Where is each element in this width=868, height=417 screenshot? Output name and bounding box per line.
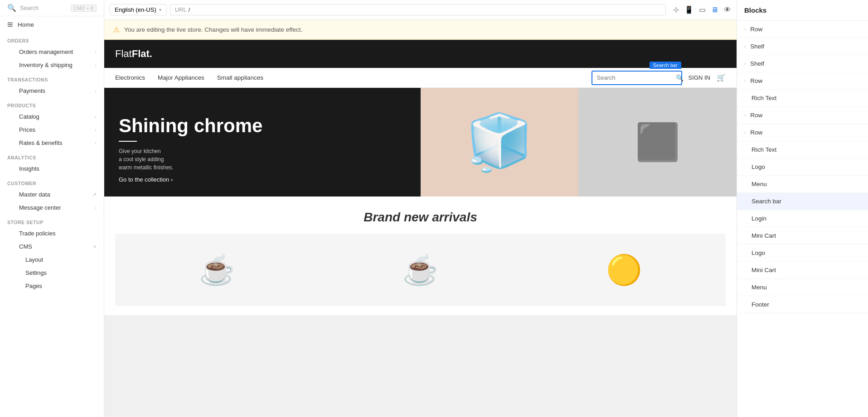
logo-bold-text: Flat. bbox=[132, 48, 152, 59]
product-card-3[interactable]: 🟡 bbox=[522, 234, 726, 306]
block-item-mini-cart-2[interactable]: Mini Cart bbox=[737, 262, 868, 279]
store-search-bar[interactable]: Search bar 🔍 bbox=[592, 71, 682, 85]
store-nav-links: Electronics Major Appliances Small appli… bbox=[115, 68, 592, 87]
section-products: PRODUCTS bbox=[0, 97, 104, 110]
external-link-icon: ↗ bbox=[92, 192, 97, 198]
hero-main: Shining chrome Give your kitchena cool s… bbox=[104, 88, 421, 197]
settings-label: Settings bbox=[25, 269, 47, 276]
view-controls: ⊹ 📱 ▭ 🖥 👁 bbox=[673, 5, 731, 14]
warning-message: You are editing the live store. Changes … bbox=[124, 26, 302, 33]
eye-icon[interactable]: 👁 bbox=[724, 6, 731, 14]
product-card-2[interactable]: ☕ bbox=[319, 234, 522, 306]
block-label: Shelf bbox=[750, 43, 861, 50]
hero-fridge-image: 🧊 bbox=[421, 88, 579, 197]
signin-button[interactable]: SIGN IN bbox=[689, 74, 710, 81]
section-title: Brand new arrivals bbox=[104, 197, 737, 234]
block-item-menu[interactable]: Menu bbox=[737, 176, 868, 193]
block-label: Mini Cart bbox=[744, 232, 861, 239]
sidebar-home-label: Home bbox=[18, 21, 34, 28]
block-item-logo[interactable]: Logo bbox=[737, 158, 868, 176]
chevron-right-icon: › bbox=[744, 130, 746, 135]
url-bar[interactable]: URL / bbox=[170, 4, 666, 15]
chevron-down-icon: ▾ bbox=[159, 7, 161, 12]
tablet-icon[interactable]: ▭ bbox=[699, 5, 706, 14]
section-analytics: ANALYTICS bbox=[0, 149, 104, 162]
sidebar-search[interactable]: 🔍 Search CMD + K bbox=[0, 0, 104, 16]
section-orders: ORDERS bbox=[0, 33, 104, 45]
sidebar-item-orders-management[interactable]: Orders management › bbox=[0, 45, 104, 58]
sidebar-item-insights[interactable]: Insights bbox=[0, 162, 104, 175]
block-item-login[interactable]: Login bbox=[737, 210, 868, 227]
home-icon: ⊞ bbox=[7, 20, 13, 29]
store-header: FlatFlat. bbox=[104, 40, 737, 68]
nav-link-small-appliances[interactable]: Small appliances bbox=[217, 68, 263, 87]
blocks-panel: Blocks ›Row›Shelf›Shelf›RowRich Text›Row… bbox=[737, 0, 868, 417]
mobile-icon[interactable]: 📱 bbox=[684, 5, 693, 14]
hero-section: Shining chrome Give your kitchena cool s… bbox=[104, 88, 737, 197]
sidebar-item-layout[interactable]: Layout bbox=[0, 253, 104, 266]
sidebar-item-inventory-shipping[interactable]: Inventory & shipping › bbox=[0, 58, 104, 72]
desktop-icon[interactable]: 🖥 bbox=[711, 6, 718, 14]
search-submit-icon[interactable]: 🔍 bbox=[676, 74, 684, 81]
chevron-right-icon: › bbox=[95, 62, 97, 68]
block-label: Menu bbox=[744, 284, 861, 291]
block-label: Row bbox=[750, 129, 861, 136]
sidebar-item-prices[interactable]: Prices › bbox=[0, 123, 104, 136]
nav-link-electronics[interactable]: Electronics bbox=[115, 68, 145, 87]
block-item-rich-text-1[interactable]: Rich Text bbox=[737, 90, 868, 107]
chevron-right-icon: › bbox=[95, 127, 97, 133]
prices-label: Prices bbox=[19, 126, 35, 133]
sidebar-item-master-data[interactable]: Master data ↗ bbox=[0, 188, 104, 201]
section-transactions: TRANSACTIONS bbox=[0, 72, 104, 84]
chevron-down-icon: ∨ bbox=[93, 244, 97, 249]
sidebar-item-cms[interactable]: CMS ∨ bbox=[0, 240, 104, 253]
section-store-setup: STORE SETUP bbox=[0, 214, 104, 227]
sidebar-item-trade-policies[interactable]: Trade policies bbox=[0, 227, 104, 240]
product-card-1[interactable]: ☕ bbox=[115, 234, 319, 306]
language-selector[interactable]: English (en-US) ▾ bbox=[110, 4, 166, 15]
master-data-label: Master data bbox=[19, 191, 50, 198]
top-bar: English (en-US) ▾ URL / ⊹ 📱 ▭ 🖥 👁 bbox=[104, 0, 737, 20]
block-item-footer[interactable]: Footer bbox=[737, 296, 868, 313]
hero-divider bbox=[119, 141, 137, 142]
warning-banner: ⚠ You are editing the live store. Change… bbox=[104, 20, 737, 40]
sidebar-item-payments[interactable]: Payments › bbox=[0, 84, 104, 97]
payments-label: Payments bbox=[19, 87, 45, 94]
language-value: English (en-US) bbox=[115, 6, 156, 13]
sidebar-item-message-center[interactable]: Message center › bbox=[0, 201, 104, 214]
search-bar-badge: Search bar bbox=[650, 62, 681, 69]
sidebar-item-home[interactable]: ⊞ Home bbox=[0, 16, 104, 33]
trade-policies-label: Trade policies bbox=[19, 230, 55, 237]
block-item-row-4[interactable]: ›Row bbox=[737, 124, 868, 141]
sidebar-item-catalog[interactable]: Catalog › bbox=[0, 110, 104, 123]
store-nav-actions: Search bar 🔍 SIGN IN 🛒 bbox=[592, 71, 726, 85]
block-item-menu-2[interactable]: Menu bbox=[737, 279, 868, 296]
cart-icon[interactable]: 🛒 bbox=[717, 73, 726, 82]
chevron-right-icon: › bbox=[744, 44, 746, 49]
block-item-row-3[interactable]: ›Row bbox=[737, 107, 868, 124]
cms-label: CMS bbox=[19, 243, 32, 250]
message-center-label: Message center bbox=[19, 204, 61, 211]
sidebar-item-rates-benefits[interactable]: Rates & benefits › bbox=[0, 136, 104, 149]
sidebar-item-pages[interactable]: Pages bbox=[0, 279, 104, 292]
url-prefix-label: URL bbox=[175, 6, 187, 13]
block-label: Shelf bbox=[750, 60, 861, 67]
block-item-search-bar[interactable]: Search bar bbox=[737, 193, 868, 210]
block-item-row-2[interactable]: ›Row bbox=[737, 72, 868, 90]
block-item-mini-cart-1[interactable]: Mini Cart bbox=[737, 227, 868, 244]
block-item-row-1[interactable]: ›Row bbox=[737, 21, 868, 38]
block-item-rich-text-2[interactable]: Rich Text bbox=[737, 141, 868, 158]
block-item-shelf-2[interactable]: ›Shelf bbox=[737, 55, 868, 72]
nav-link-major-appliances[interactable]: Major Appliances bbox=[158, 68, 204, 87]
chevron-right-icon: › bbox=[95, 114, 97, 120]
chevron-right-icon: › bbox=[95, 88, 97, 94]
warning-icon: ⚠ bbox=[113, 25, 120, 34]
sidebar-item-settings[interactable]: Settings bbox=[0, 266, 104, 279]
cursor-icon[interactable]: ⊹ bbox=[673, 5, 679, 14]
block-item-shelf-1[interactable]: ›Shelf bbox=[737, 38, 868, 55]
search-bar-input[interactable] bbox=[597, 74, 673, 81]
block-label: Logo bbox=[744, 163, 861, 170]
hero-cta[interactable]: Go to the collection › bbox=[119, 176, 406, 183]
hero-subtitle: Give your kitchena cool style addingwarm… bbox=[119, 147, 406, 172]
block-item-logo-2[interactable]: Logo bbox=[737, 244, 868, 262]
